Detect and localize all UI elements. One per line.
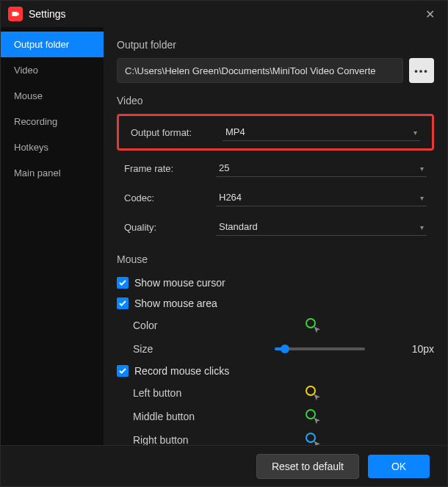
- framerate-label: Frame rate:: [124, 163, 209, 174]
- section-output-folder: Output folder: [117, 39, 434, 51]
- output-path-input[interactable]: [117, 58, 403, 83]
- sidebar-item-recording[interactable]: Recording: [1, 109, 104, 134]
- browse-button[interactable]: •••: [409, 58, 434, 83]
- window-body: Output folder Video Mouse Recording Hotk…: [1, 27, 447, 445]
- show-cursor-label: Show mouse cursor: [134, 277, 225, 289]
- right-button-row: Right button: [117, 428, 434, 445]
- sidebar-item-mouse[interactable]: Mouse: [1, 83, 104, 109]
- close-button[interactable]: ✕: [419, 4, 440, 24]
- reset-button[interactable]: Reset to default: [256, 454, 359, 479]
- output-format-label: Output format:: [131, 127, 215, 138]
- right-button-label: Right button: [133, 434, 306, 445]
- quality-row: Quality: Standard ▾: [117, 212, 434, 242]
- sidebar: Output folder Video Mouse Recording Hotk…: [1, 27, 104, 445]
- section-video: Video: [117, 95, 434, 107]
- middle-button-label: Middle button: [133, 411, 306, 422]
- show-area-row: Show mouse area: [117, 293, 434, 314]
- output-path-row: •••: [117, 58, 434, 83]
- left-button-row: Left button: [117, 381, 434, 405]
- output-format-select[interactable]: MP4 ▾: [223, 123, 420, 141]
- right-button-swatch[interactable]: [306, 433, 320, 445]
- quality-label: Quality:: [124, 222, 209, 233]
- chevron-down-icon: ▾: [420, 223, 424, 231]
- codec-row: Codec: H264 ▾: [117, 183, 434, 212]
- framerate-select[interactable]: 25 ▾: [216, 159, 427, 177]
- chevron-down-icon: ▾: [413, 128, 417, 136]
- size-slider[interactable]: [275, 347, 365, 350]
- left-button-label: Left button: [133, 387, 306, 399]
- area-color-swatch[interactable]: [306, 318, 320, 333]
- settings-window: Settings ✕ Output folder Video Mouse Rec…: [0, 0, 448, 487]
- record-clicks-label: Record mouse clicks: [134, 365, 229, 377]
- titlebar: Settings ✕: [1, 1, 447, 27]
- framerate-row: Frame rate: 25 ▾: [117, 154, 434, 183]
- record-clicks-checkbox[interactable]: [117, 365, 129, 377]
- size-label: Size: [133, 343, 275, 355]
- show-area-checkbox[interactable]: [117, 297, 129, 309]
- sidebar-item-video[interactable]: Video: [1, 57, 104, 83]
- codec-label: Codec:: [124, 192, 209, 203]
- app-icon: [8, 7, 23, 21]
- codec-value: H264: [219, 192, 242, 203]
- sidebar-item-main-panel[interactable]: Main panel: [1, 160, 104, 186]
- show-cursor-checkbox[interactable]: [117, 277, 129, 289]
- content-area: Output folder ••• Video Output format: M…: [104, 27, 447, 445]
- framerate-value: 25: [219, 162, 229, 173]
- chevron-down-icon: ▾: [420, 164, 424, 172]
- quality-select[interactable]: Standard ▾: [216, 218, 427, 236]
- codec-select[interactable]: H264 ▾: [216, 189, 427, 206]
- size-value: 10px: [412, 343, 434, 355]
- ellipsis-icon: •••: [414, 65, 429, 76]
- record-clicks-row: Record mouse clicks: [117, 361, 434, 381]
- footer: Reset to default OK: [1, 445, 447, 486]
- sidebar-item-output-folder[interactable]: Output folder: [1, 32, 104, 57]
- size-row: Size 10px: [117, 337, 434, 361]
- window-title: Settings: [29, 8, 419, 20]
- sidebar-item-hotkeys[interactable]: Hotkeys: [1, 134, 104, 160]
- middle-button-swatch[interactable]: [306, 409, 320, 424]
- quality-value: Standard: [219, 221, 258, 232]
- ok-button[interactable]: OK: [368, 455, 430, 478]
- middle-button-row: Middle button: [117, 405, 434, 428]
- output-format-value: MP4: [225, 126, 245, 137]
- chevron-down-icon: ▾: [420, 193, 424, 201]
- section-mouse: Mouse: [117, 253, 434, 265]
- output-format-highlight: Output format: MP4 ▾: [117, 114, 434, 151]
- show-cursor-row: Show mouse cursor: [117, 273, 434, 293]
- area-color-label: Color: [133, 320, 306, 331]
- left-button-swatch[interactable]: [306, 386, 320, 400]
- area-color-row: Color: [117, 314, 434, 337]
- show-area-label: Show mouse area: [134, 297, 217, 309]
- output-format-row: Output format: MP4 ▾: [123, 118, 427, 147]
